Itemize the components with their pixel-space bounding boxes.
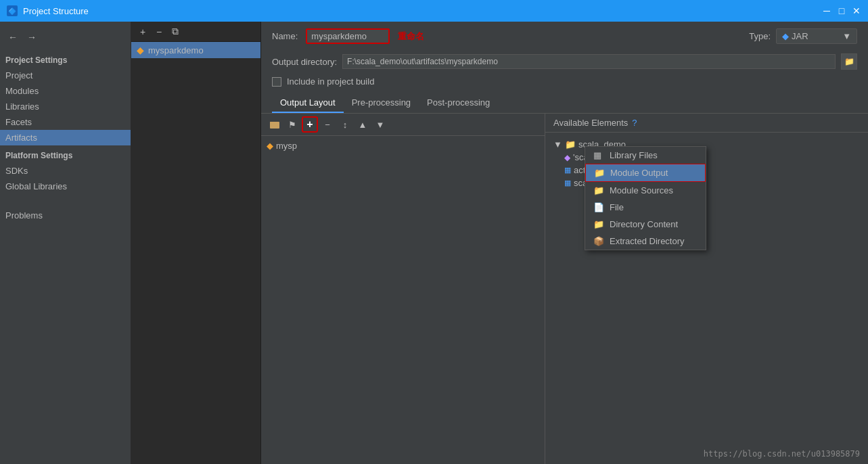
sidebar-item-sdks[interactable]: SDKs bbox=[0, 163, 131, 179]
dropdown-item-module-sources[interactable]: 📁 Module Sources bbox=[585, 182, 706, 199]
middle-panel: + − ⧉ ◆ mysparkdemo bbox=[131, 22, 261, 464]
dropdown-arrow-icon: ▼ bbox=[842, 31, 851, 41]
project-settings-section: Project Settings bbox=[0, 50, 131, 68]
include-build-label: Include in project build bbox=[287, 76, 374, 87]
name-type-row: Name: 重命名 Type: ◆ JAR ▼ bbox=[261, 22, 868, 51]
sidebar-item-libraries[interactable]: Libraries bbox=[0, 99, 131, 114]
folder-content-btn[interactable] bbox=[267, 116, 283, 133]
right-panel: Name: 重命名 Type: ◆ JAR ▼ Output directory… bbox=[261, 22, 868, 464]
build-row: Include in project build bbox=[261, 72, 868, 91]
available-elements-title: Available Elements bbox=[553, 118, 628, 128]
title-bar-title: Project Structure bbox=[23, 6, 89, 16]
group-folder-icon: 📁 bbox=[565, 139, 576, 149]
back-button[interactable]: ← bbox=[5, 30, 20, 45]
activation-icon: ▦ bbox=[564, 166, 571, 175]
type-value: JAR bbox=[792, 31, 808, 41]
title-bar-left: 🔷 Project Structure bbox=[7, 5, 89, 16]
middle-toolbar: + − ⧉ bbox=[131, 22, 260, 42]
add-element-dropdown: ▦ Library Files 📁 Module Output 📁 Module… bbox=[585, 146, 706, 250]
name-input-wrapper bbox=[306, 28, 390, 44]
sidebar-item-project[interactable]: Project bbox=[0, 68, 131, 83]
sidebar-item-facets[interactable]: Facets bbox=[0, 114, 131, 130]
extracted-dir-icon: 📦 bbox=[593, 236, 604, 246]
move-up-btn[interactable]: ▲ bbox=[355, 116, 371, 133]
artifact-name: mysparkdemo bbox=[148, 45, 204, 55]
sidebar-item-modules[interactable]: Modules bbox=[0, 83, 131, 99]
type-dropdown[interactable]: ◆ JAR ▼ bbox=[776, 28, 857, 44]
app-icon: 🔷 bbox=[7, 5, 18, 16]
dropdown-item-library-files[interactable]: ▦ Library Files bbox=[585, 147, 706, 164]
content-toolbar: ⚑ + − ↕ ▲ ▼ bbox=[261, 114, 545, 136]
tree-root-label: mysp bbox=[276, 141, 297, 151]
main-layout: ← → Project Settings Project Modules Lib… bbox=[0, 22, 868, 464]
compile-output-icon: ◆ bbox=[564, 153, 570, 162]
type-section: Type: ◆ JAR ▼ bbox=[749, 28, 857, 44]
tabs-row: Output Layout Pre-processing Post-proces… bbox=[261, 93, 868, 114]
tab-pre-processing[interactable]: Pre-processing bbox=[344, 93, 419, 113]
title-bar-controls[interactable]: ─ □ ✕ bbox=[822, 6, 861, 16]
library-files-icon: ▦ bbox=[593, 150, 604, 160]
remove-element-button[interactable]: − bbox=[319, 116, 336, 133]
platform-settings-section: Platform Settings bbox=[0, 145, 131, 163]
output-dir-row: Output directory: 📁 bbox=[261, 51, 868, 72]
output-dir-label: Output directory: bbox=[272, 57, 337, 67]
sort-btn[interactable]: ↕ bbox=[337, 116, 353, 133]
svg-rect-1 bbox=[270, 122, 274, 123]
output-tree: ◆ mysp bbox=[261, 136, 545, 464]
available-elements-header: Available Elements ? bbox=[545, 114, 868, 133]
artifact-list-item-mysparkdemo[interactable]: ◆ mysparkdemo bbox=[131, 42, 260, 58]
output-dir-input[interactable] bbox=[342, 54, 836, 69]
content-area: ⚑ + − ↕ ▲ ▼ ◆ mysp ▦ Libra bbox=[261, 114, 868, 464]
add-artifact-button[interactable]: + bbox=[135, 24, 150, 39]
tab-post-processing[interactable]: Post-processing bbox=[419, 93, 498, 113]
include-build-checkbox[interactable] bbox=[272, 77, 281, 87]
scala-sdk-icon: ▦ bbox=[564, 179, 571, 187]
flag-btn[interactable]: ⚑ bbox=[284, 116, 300, 133]
module-sources-icon: 📁 bbox=[593, 185, 604, 195]
browse-dir-button[interactable]: 📁 bbox=[841, 53, 857, 70]
forward-button[interactable]: → bbox=[24, 30, 39, 45]
tab-output-layout[interactable]: Output Layout bbox=[272, 93, 344, 113]
watermark: https://blog.csdn.net/u013985879 bbox=[704, 449, 860, 459]
file-icon: 📄 bbox=[593, 202, 604, 212]
minimize-button[interactable]: ─ bbox=[822, 6, 831, 16]
title-bar: 🔷 Project Structure ─ □ ✕ bbox=[0, 0, 868, 22]
rename-hint: 重命名 bbox=[398, 30, 424, 43]
jar-type-icon: ◆ bbox=[782, 31, 789, 41]
help-button[interactable]: ? bbox=[632, 118, 637, 128]
sidebar: ← → Project Settings Project Modules Lib… bbox=[0, 22, 131, 464]
name-input[interactable] bbox=[307, 30, 388, 43]
artifact-jar-icon: ◆ bbox=[137, 45, 144, 55]
sidebar-item-artifacts[interactable]: Artifacts bbox=[0, 130, 131, 145]
move-down-btn[interactable]: ▼ bbox=[372, 116, 388, 133]
remove-artifact-button[interactable]: − bbox=[152, 24, 166, 39]
type-label: Type: bbox=[749, 31, 771, 41]
dropdown-item-module-output[interactable]: 📁 Module Output bbox=[585, 164, 706, 182]
group-collapse-icon: ▼ bbox=[553, 139, 562, 149]
name-label: Name: bbox=[272, 31, 298, 41]
tree-root-icon: ◆ bbox=[267, 141, 273, 151]
sidebar-item-problems[interactable]: Problems bbox=[0, 208, 131, 223]
dropdown-item-directory-content[interactable]: 📁 Directory Content bbox=[585, 216, 706, 233]
add-element-button[interactable]: + bbox=[302, 116, 318, 133]
module-output-icon: 📁 bbox=[594, 168, 605, 178]
copy-artifact-button[interactable]: ⧉ bbox=[168, 24, 183, 39]
close-button[interactable]: ✕ bbox=[852, 6, 861, 16]
directory-content-icon: 📁 bbox=[593, 219, 604, 229]
dropdown-item-extracted-directory[interactable]: 📦 Extracted Directory bbox=[585, 233, 706, 250]
maximize-button[interactable]: □ bbox=[837, 6, 846, 16]
tree-root-node[interactable]: ◆ mysp bbox=[264, 139, 542, 153]
folder-icon bbox=[269, 119, 280, 130]
dropdown-item-file[interactable]: 📄 File bbox=[585, 199, 706, 216]
sidebar-item-global-libraries[interactable]: Global Libraries bbox=[0, 179, 131, 194]
left-content: ⚑ + − ↕ ▲ ▼ ◆ mysp bbox=[261, 114, 545, 464]
